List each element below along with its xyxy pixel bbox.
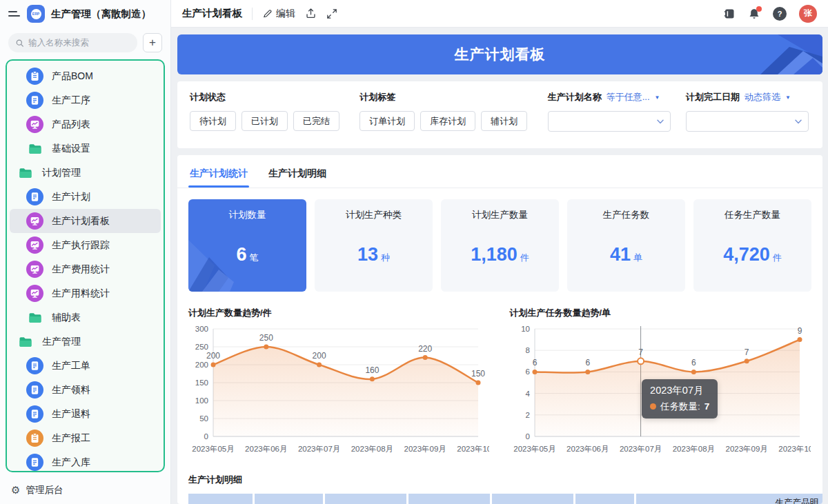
log-button[interactable] <box>723 8 736 20</box>
user-avatar[interactable]: 张 <box>799 5 817 23</box>
share-button[interactable] <box>305 8 317 19</box>
sidebar-item[interactable]: 产品列表 <box>10 112 161 137</box>
svg-text:4: 4 <box>525 390 530 398</box>
filter-option-button[interactable]: 已完结 <box>293 111 339 131</box>
sidebar-item[interactable]: 生产费用统计 <box>10 257 161 281</box>
svg-text:7: 7 <box>744 347 749 357</box>
svg-text:200: 200 <box>206 351 220 361</box>
sidebar-item[interactable]: 生产执行跟踪 <box>10 233 161 257</box>
sidebar-item-label: 生产执行跟踪 <box>52 239 110 252</box>
table-header-cell-product-detail: 生产产品明 <box>636 494 822 504</box>
sidebar-item[interactable]: 产品BOM <box>10 64 161 88</box>
tooltip-value: 7 <box>704 401 710 412</box>
notifications-button[interactable] <box>748 8 760 20</box>
sidebar-item[interactable]: 生产退料 <box>10 402 161 426</box>
sidebar-item-label: 生产退料 <box>52 408 90 421</box>
tab-plan-detail[interactable]: 生产计划明细 <box>267 163 328 188</box>
stat-card-row: 计划数量6笔计划生产种类13种计划生产数量1,180件生产任务数41单任务生产数… <box>188 199 811 292</box>
sidebar-item-label: 生产领料 <box>52 384 90 396</box>
filter-option-button[interactable]: 辅计划 <box>481 111 527 131</box>
sidebar-item[interactable]: 生产入库 <box>10 450 161 472</box>
task-trend-chart: 计划生产任务数量趋势/单 02468102023年05月2023年06月2023… <box>510 307 812 460</box>
stat-value: 41单 <box>567 244 685 265</box>
sidebar-item[interactable]: 生产管理 <box>10 330 161 354</box>
plan-name-select[interactable] <box>548 111 671 132</box>
notification-dot <box>756 6 762 12</box>
folder-icon <box>17 167 34 179</box>
fullscreen-button[interactable] <box>326 8 337 19</box>
doc-icon <box>26 92 43 109</box>
folder-icon <box>26 312 43 324</box>
svg-text:2023年09月: 2023年09月 <box>725 445 767 453</box>
sidebar-item[interactable]: 辅助表 <box>10 305 161 330</box>
chart-icon <box>26 116 43 133</box>
filter-group-status: 计划状态 待计划已计划已完结 <box>190 91 346 139</box>
search-box[interactable] <box>8 33 137 52</box>
operator-link[interactable]: 动态筛选 <box>745 91 780 103</box>
sidebar-item-label: 生产计划 <box>52 191 90 203</box>
completion-date-select[interactable] <box>686 111 809 132</box>
trend-chart-svg: 0501001502002503002023年05月2023年06月2023年0… <box>188 321 489 457</box>
sidebar-item[interactable]: 生产用料统计 <box>10 281 161 305</box>
clipboard-icon <box>26 68 43 85</box>
filter-option-button[interactable]: 待计划 <box>190 111 236 131</box>
stat-card[interactable]: 生产任务数41单 <box>567 199 685 292</box>
sidebar-item-label: 生产计划看板 <box>52 215 110 228</box>
table-header-cell <box>255 494 323 504</box>
sidebar-item[interactable]: 基础设置 <box>10 137 161 161</box>
svg-text:2023年07月: 2023年07月 <box>298 445 340 453</box>
stat-label: 计划数量 <box>188 209 306 221</box>
caret-down-icon[interactable]: ▼ <box>655 94 660 101</box>
main-area: 生产计划看板 编辑 ? 张 <box>171 0 828 504</box>
edit-button[interactable]: 编辑 <box>262 8 295 20</box>
admin-backend-link[interactable]: ⚙ 管理后台 <box>0 476 170 504</box>
sidebar-item[interactable]: 生产领料 <box>10 378 161 402</box>
stat-unit: 种 <box>381 252 390 263</box>
table-header-cell <box>492 494 573 504</box>
sidebar-item[interactable]: 生产报工 <box>10 426 161 450</box>
svg-text:0: 0 <box>525 432 529 441</box>
stat-card[interactable]: 任务生产数量4,720件 <box>693 199 811 292</box>
stat-label: 任务生产数量 <box>693 209 811 221</box>
filter-panel: 计划状态 待计划已计划已完结 计划标签 订单计划库存计划辅计划 生产计划名称 等… <box>177 81 822 148</box>
svg-text:7: 7 <box>638 347 643 357</box>
sidebar-item-label: 生产工单 <box>52 360 90 372</box>
sidebar-item[interactable]: 计划管理 <box>10 161 161 185</box>
svg-text:50: 50 <box>199 414 208 423</box>
sidebar-item-label: 基础设置 <box>52 143 90 155</box>
stat-value: 4,720件 <box>693 244 811 265</box>
svg-text:250: 250 <box>195 343 208 351</box>
sidebar-item[interactable]: 生产工序 <box>10 88 161 112</box>
sidebar-item-label: 产品BOM <box>52 70 93 83</box>
collapse-menu-icon[interactable] <box>8 9 21 19</box>
help-button[interactable]: ? <box>773 7 787 21</box>
chart-icon <box>26 236 43 254</box>
search-input[interactable] <box>28 38 130 48</box>
svg-text:200: 200 <box>313 351 326 361</box>
svg-text:100: 100 <box>195 396 208 405</box>
tab-plan-statistics[interactable]: 生产计划统计 <box>188 163 249 188</box>
operator-link[interactable]: 等于任意... <box>607 91 650 103</box>
stat-card[interactable]: 计划数量6笔 <box>188 199 306 292</box>
caret-down-icon[interactable]: ▼ <box>785 94 791 101</box>
filter-option-button[interactable]: 已计划 <box>241 111 288 131</box>
filter-option-button[interactable]: 订单计划 <box>359 111 415 131</box>
svg-text:2023年06月: 2023年06月 <box>566 445 609 453</box>
stat-card[interactable]: 计划生产种类13种 <box>315 199 433 292</box>
svg-text:6: 6 <box>585 358 590 367</box>
sidebar-item[interactable]: 生产工单 <box>10 354 161 378</box>
sidebar-item[interactable]: 生产计划看板 <box>10 209 161 233</box>
stat-card[interactable]: 计划生产数量1,180件 <box>441 199 559 292</box>
fullscreen-icon <box>326 8 337 19</box>
chart-icon <box>26 212 43 230</box>
pencil-icon <box>262 8 273 19</box>
filter-option-button[interactable]: 库存计划 <box>420 111 475 131</box>
app-title: 生产管理（离散制造） <box>51 8 151 21</box>
sidebar-item[interactable]: 生产计划 <box>10 185 161 209</box>
tooltip-title: 2023年07月 <box>650 384 709 397</box>
svg-text:0: 0 <box>204 432 208 441</box>
sidebar-search-row: + <box>0 28 170 57</box>
stat-value: 1,180件 <box>441 244 559 265</box>
add-button[interactable]: + <box>143 33 162 52</box>
tag-options: 订单计划库存计划辅计划 <box>359 111 533 131</box>
